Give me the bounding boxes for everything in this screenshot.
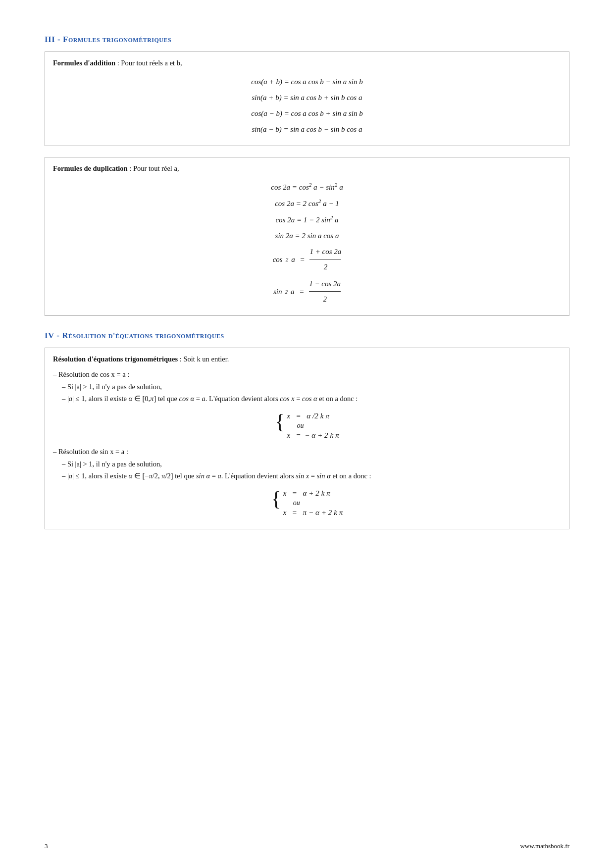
formula-cos2a-1: cos 2a = cos2 a − sin2 a: [53, 179, 561, 195]
formula-sin2a: sin 2a = 2 sin a cos a: [53, 228, 561, 243]
section-4-title: IV - Résolution d'équations trigonométri…: [45, 331, 569, 341]
footer: 3 www.mathsbook.fr: [0, 842, 614, 850]
box-dup-title: Formules de duplication: [53, 164, 128, 172]
formula-cos-amb: cos(a − b) = cos a cos b + sin a sin b: [53, 106, 561, 121]
sin-no-solution: – Si |a| > 1, il n'y a pas de solution,: [62, 460, 162, 468]
section-3-title: III - Formules trigonométriques: [45, 35, 569, 45]
footer-website: www.mathsbook.fr: [520, 842, 569, 850]
cos-ou: ou: [297, 421, 339, 430]
formula-cos2a-2: cos 2a = 2 cos2 a − 1: [53, 196, 561, 211]
box-resolution: Résolution d'équations trigonométriques …: [45, 348, 569, 529]
box-addition-subtitle: : Pour tout réels a et b,: [115, 59, 182, 67]
box-addition: Formules d'addition : Pour tout réels a …: [45, 51, 569, 146]
box-res-subtitle: : Soit k un entier.: [178, 355, 229, 363]
formula-sin-amb: sin(a − b) = sin a cos b − sin b cos a: [53, 122, 561, 137]
formula-sin2-frac: sin2 a = 1 − cos 2a 2: [53, 276, 561, 306]
footer-page: 3: [45, 842, 48, 850]
cos-no-solution: – Si |a| > 1, il n'y a pas de solution,: [62, 383, 162, 391]
sin-ou: ou: [293, 499, 343, 508]
box-res-title: Résolution d'équations trigonométriques: [53, 355, 178, 363]
box-addition-title: Formules d'addition: [53, 59, 115, 67]
formula-cos2-frac: cos2 a = 1 + cos 2a 2: [53, 244, 561, 274]
formula-cos-apb: cos(a + b) = cos a cos b − sin a sin b: [53, 74, 561, 89]
formula-cos2a-3: cos 2a = 1 − 2 sin2 a: [53, 212, 561, 227]
cos-header: – Résolution de cos x = a :: [53, 370, 129, 378]
sin-header: – Résolution de sin x = a :: [53, 448, 128, 456]
system-cos: { x = α/2kπ ou x = −α + 2kπ: [53, 411, 561, 441]
formula-sin-apb: sin(a + b) = sin a cos b + sin b cos a: [53, 90, 561, 105]
box-duplication: Formules de duplication : Pour tout réel…: [45, 157, 569, 316]
system-sin: { x = α + 2kπ ou x = π − α + 2kπ: [53, 488, 561, 518]
box-dup-subtitle: : Pour tout réel a,: [128, 164, 179, 172]
